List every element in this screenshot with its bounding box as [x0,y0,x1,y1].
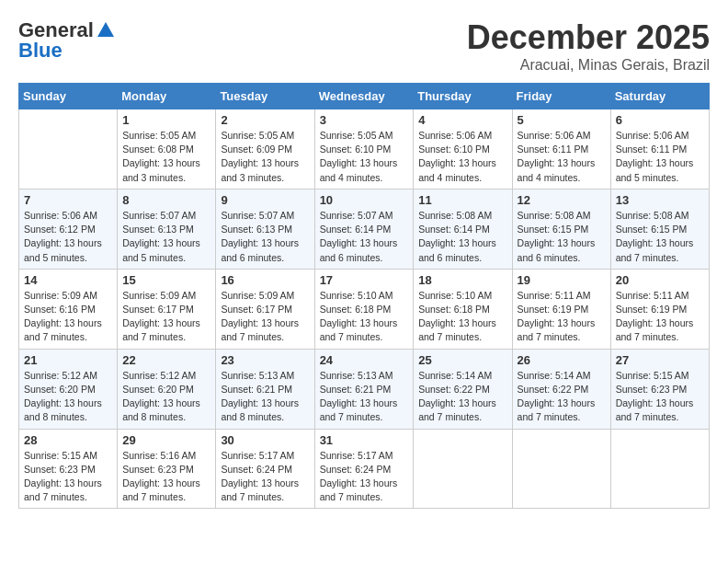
calendar-cell: 10Sunrise: 5:07 AMSunset: 6:14 PMDayligh… [314,189,414,269]
logo-blue: Blue [18,39,63,63]
day-info: Sunrise: 5:13 AMSunset: 6:21 PMDaylight:… [221,369,309,425]
calendar-cell [19,109,118,190]
calendar-cell: 25Sunrise: 5:14 AMSunset: 6:22 PMDayligh… [414,349,512,429]
calendar-cell: 13Sunrise: 5:08 AMSunset: 6:15 PMDayligh… [610,189,709,269]
day-number: 11 [418,193,506,207]
day-number: 7 [24,193,112,207]
calendar-cell: 14Sunrise: 5:09 AMSunset: 6:16 PMDayligh… [19,269,118,349]
calendar-cell: 21Sunrise: 5:12 AMSunset: 6:20 PMDayligh… [19,349,118,429]
calendar-cell: 2Sunrise: 5:05 AMSunset: 6:09 PMDaylight… [216,109,314,190]
day-info: Sunrise: 5:17 AMSunset: 6:24 PMDaylight:… [221,449,309,505]
day-number: 19 [518,273,606,287]
day-info: Sunrise: 5:05 AMSunset: 6:10 PMDaylight:… [320,129,409,185]
week-row-1: 1Sunrise: 5:05 AMSunset: 6:08 PMDaylight… [19,109,710,190]
weekday-monday: Monday [118,84,216,109]
svg-marker-0 [97,22,114,37]
day-info: Sunrise: 5:15 AMSunset: 6:23 PMDaylight:… [616,369,704,425]
weekday-wednesday: Wednesday [314,84,414,109]
day-number: 23 [221,353,309,367]
day-info: Sunrise: 5:14 AMSunset: 6:22 PMDaylight:… [518,369,606,425]
weekday-friday: Friday [512,84,610,109]
calendar-cell: 9Sunrise: 5:07 AMSunset: 6:13 PMDaylight… [216,189,314,269]
calendar-cell: 31Sunrise: 5:17 AMSunset: 6:24 PMDayligh… [314,429,414,509]
calendar-table: SundayMondayTuesdayWednesdayThursdayFrid… [18,83,710,509]
day-number: 14 [24,273,112,287]
calendar-cell: 17Sunrise: 5:10 AMSunset: 6:18 PMDayligh… [314,269,414,349]
calendar-cell: 1Sunrise: 5:05 AMSunset: 6:08 PMDaylight… [118,109,216,190]
day-number: 9 [221,193,309,207]
day-info: Sunrise: 5:16 AMSunset: 6:23 PMDaylight:… [122,449,210,505]
day-number: 8 [122,193,210,207]
calendar-cell [414,429,512,509]
week-row-3: 14Sunrise: 5:09 AMSunset: 6:16 PMDayligh… [19,269,710,349]
day-info: Sunrise: 5:17 AMSunset: 6:24 PMDaylight:… [320,449,409,505]
calendar-cell: 15Sunrise: 5:09 AMSunset: 6:17 PMDayligh… [118,269,216,349]
month-title: December 2025 [467,18,710,57]
day-number: 29 [122,433,210,447]
day-info: Sunrise: 5:11 AMSunset: 6:19 PMDaylight:… [616,289,704,345]
day-number: 10 [320,193,409,207]
day-info: Sunrise: 5:13 AMSunset: 6:21 PMDaylight:… [320,369,409,425]
day-info: Sunrise: 5:10 AMSunset: 6:18 PMDaylight:… [418,289,506,345]
calendar-cell: 24Sunrise: 5:13 AMSunset: 6:21 PMDayligh… [314,349,414,429]
calendar-cell: 12Sunrise: 5:08 AMSunset: 6:15 PMDayligh… [512,189,610,269]
calendar-cell [512,429,610,509]
day-info: Sunrise: 5:12 AMSunset: 6:20 PMDaylight:… [122,369,210,425]
day-info: Sunrise: 5:09 AMSunset: 6:16 PMDaylight:… [24,289,112,345]
day-number: 24 [320,353,409,367]
weekday-header-row: SundayMondayTuesdayWednesdayThursdayFrid… [19,84,710,109]
calendar-cell: 4Sunrise: 5:06 AMSunset: 6:10 PMDaylight… [414,109,512,190]
day-number: 22 [122,353,210,367]
day-info: Sunrise: 5:06 AMSunset: 6:10 PMDaylight:… [418,129,506,185]
day-number: 13 [616,193,704,207]
day-number: 2 [221,113,309,127]
day-info: Sunrise: 5:10 AMSunset: 6:18 PMDaylight:… [320,289,409,345]
calendar-cell: 19Sunrise: 5:11 AMSunset: 6:19 PMDayligh… [512,269,610,349]
calendar-cell [610,429,709,509]
calendar-cell: 26Sunrise: 5:14 AMSunset: 6:22 PMDayligh… [512,349,610,429]
week-row-5: 28Sunrise: 5:15 AMSunset: 6:23 PMDayligh… [19,429,710,509]
day-number: 25 [418,353,506,367]
day-info: Sunrise: 5:06 AMSunset: 6:11 PMDaylight:… [518,129,606,185]
day-info: Sunrise: 5:08 AMSunset: 6:15 PMDaylight:… [616,209,704,265]
day-info: Sunrise: 5:08 AMSunset: 6:15 PMDaylight:… [518,209,606,265]
day-info: Sunrise: 5:07 AMSunset: 6:14 PMDaylight:… [320,209,409,265]
page-header: General Blue December 2025 Aracuai, Mina… [18,18,710,74]
day-info: Sunrise: 5:11 AMSunset: 6:19 PMDaylight:… [518,289,606,345]
day-info: Sunrise: 5:06 AMSunset: 6:11 PMDaylight:… [616,129,704,185]
day-info: Sunrise: 5:06 AMSunset: 6:12 PMDaylight:… [24,209,112,265]
calendar-cell: 29Sunrise: 5:16 AMSunset: 6:23 PMDayligh… [118,429,216,509]
calendar-cell: 3Sunrise: 5:05 AMSunset: 6:10 PMDaylight… [314,109,414,190]
calendar-cell: 6Sunrise: 5:06 AMSunset: 6:11 PMDaylight… [610,109,709,190]
week-row-4: 21Sunrise: 5:12 AMSunset: 6:20 PMDayligh… [19,349,710,429]
day-number: 16 [221,273,309,287]
day-number: 20 [616,273,704,287]
day-number: 26 [518,353,606,367]
calendar-cell: 18Sunrise: 5:10 AMSunset: 6:18 PMDayligh… [414,269,512,349]
location-title: Aracuai, Minas Gerais, Brazil [467,57,710,74]
day-info: Sunrise: 5:15 AMSunset: 6:23 PMDaylight:… [24,449,112,505]
day-number: 15 [122,273,210,287]
calendar-cell: 11Sunrise: 5:08 AMSunset: 6:14 PMDayligh… [414,189,512,269]
day-info: Sunrise: 5:05 AMSunset: 6:08 PMDaylight:… [122,129,210,185]
calendar-cell: 27Sunrise: 5:15 AMSunset: 6:23 PMDayligh… [610,349,709,429]
logo-icon [96,20,116,40]
day-number: 17 [320,273,409,287]
week-row-2: 7Sunrise: 5:06 AMSunset: 6:12 PMDaylight… [19,189,710,269]
day-info: Sunrise: 5:09 AMSunset: 6:17 PMDaylight:… [221,289,309,345]
day-number: 4 [418,113,506,127]
calendar-cell: 28Sunrise: 5:15 AMSunset: 6:23 PMDayligh… [19,429,118,509]
day-number: 3 [320,113,409,127]
day-number: 28 [24,433,112,447]
calendar-cell: 16Sunrise: 5:09 AMSunset: 6:17 PMDayligh… [216,269,314,349]
calendar-cell: 20Sunrise: 5:11 AMSunset: 6:19 PMDayligh… [610,269,709,349]
calendar-cell: 23Sunrise: 5:13 AMSunset: 6:21 PMDayligh… [216,349,314,429]
day-info: Sunrise: 5:09 AMSunset: 6:17 PMDaylight:… [122,289,210,345]
calendar-cell: 30Sunrise: 5:17 AMSunset: 6:24 PMDayligh… [216,429,314,509]
day-info: Sunrise: 5:07 AMSunset: 6:13 PMDaylight:… [122,209,210,265]
calendar-cell: 5Sunrise: 5:06 AMSunset: 6:11 PMDaylight… [512,109,610,190]
day-number: 30 [221,433,309,447]
logo: General Blue [18,18,116,63]
day-info: Sunrise: 5:07 AMSunset: 6:13 PMDaylight:… [221,209,309,265]
weekday-saturday: Saturday [610,84,709,109]
